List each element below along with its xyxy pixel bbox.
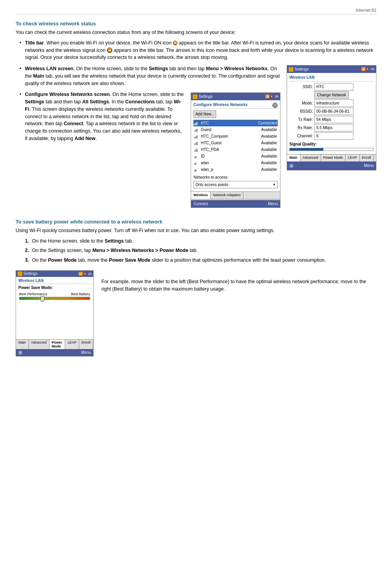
- network-item-wlan-p[interactable]: wlan_p Available: [193, 166, 278, 173]
- titlebar-text-1: Settings: [294, 66, 309, 72]
- bullet-configure-text: . On the Home screen, slide to the Setti…: [25, 92, 184, 141]
- help-icon: ?: [272, 103, 278, 108]
- step-3-num: 3.: [25, 257, 29, 263]
- network-name-htc-pda: HTC_PDA: [201, 147, 261, 153]
- power-slider-container: Best Performance Best Battery ' ' ' ' ': [19, 292, 90, 304]
- network-item-wlan[interactable]: wlan Available: [193, 160, 278, 166]
- access-dropdown[interactable]: Only access points ▼: [193, 181, 278, 188]
- network-status-id: Available: [261, 153, 277, 159]
- network-icon-wlan: [194, 161, 200, 165]
- grid-icon-1: ⊞: [289, 162, 293, 169]
- wifi-on-icon: 📶: [173, 41, 177, 45]
- tab-advanced-3[interactable]: Advanced: [29, 340, 50, 349]
- network-status-wlan: Available: [261, 160, 277, 166]
- menu-label-3[interactable]: Menu: [81, 350, 91, 355]
- network-status-htc: Connected: [258, 120, 277, 126]
- add-new-button[interactable]: Add New...: [193, 110, 216, 118]
- slider-label-left: Best Performance: [19, 292, 47, 296]
- step-3: 3. On the Power Mode tab, move the Power…: [22, 257, 376, 264]
- wireless-tabs-bar: Wireless Network Adapters: [191, 192, 280, 199]
- access-dropdown-arrow: ▼: [273, 183, 276, 187]
- device-connect-bar: Connect Menu: [191, 200, 280, 207]
- device-subtitle-1: Wireless LAN: [289, 74, 374, 82]
- configure-screenshot: Settings 📶🔇 ok Configure Wireless Networ…: [191, 92, 280, 208]
- network-name-id: ID: [201, 153, 261, 159]
- network-icon-htc-guest: [194, 141, 200, 145]
- networks-to-access-label: Networks to access:: [193, 174, 278, 180]
- titlebar-right-2: 📶🔇 ok: [265, 94, 278, 99]
- device-content-3: Wireless LAN Power Save Mode: Best Perfo…: [16, 277, 93, 339]
- device-titlebar-3: Settings 📶🔇 ok: [16, 271, 93, 277]
- tab-powermode-3[interactable]: Power Mode: [50, 340, 65, 349]
- network-item-htc-pda[interactable]: HTC_PDA Available: [193, 146, 278, 153]
- network-icon-htc: [194, 121, 200, 125]
- network-item-htc[interactable]: HTC Connected: [193, 120, 278, 126]
- network-name-wlan: wlan: [201, 160, 261, 166]
- section1-intro: You can check the current wireless conne…: [16, 29, 376, 36]
- section2-intro: Using Wi-Fi quickly consumes battery pow…: [16, 227, 376, 234]
- step-2: 2. On the Settings screen, tap Menu > Wi…: [22, 247, 376, 254]
- tick-4: ': [71, 301, 72, 304]
- titlebar-left-3: Settings: [18, 271, 37, 276]
- titlebar-right-1: 📶🔇 ok: [361, 67, 374, 72]
- connect-button[interactable]: Connect: [193, 201, 208, 207]
- network-list: HTC Connected Guest Available: [193, 120, 278, 173]
- tab-main-3[interactable]: Main: [16, 340, 29, 349]
- section2-title: To save battery power while connected to…: [16, 219, 376, 225]
- network-item-guest[interactable]: Guest Available: [193, 126, 278, 133]
- network-status-htc-pda: Available: [261, 147, 277, 153]
- network-item-id[interactable]: ID Available: [193, 153, 278, 160]
- network-icon-id: [194, 154, 200, 158]
- titlebar-text-3: Settings: [23, 271, 37, 276]
- step-3-text: On the Power Mode tab, move the Power Sa…: [32, 257, 326, 263]
- power-save-mode-label: Power Save Mode:: [18, 286, 91, 290]
- network-item-htc-computer[interactable]: HTC_Computer Available: [193, 133, 278, 140]
- tab-enroll-3[interactable]: Enroll: [79, 340, 93, 349]
- network-status-guest: Available: [261, 127, 277, 133]
- tab-powermode-1[interactable]: Power Mode: [321, 154, 346, 161]
- page-number: Internet 81: [356, 8, 376, 12]
- step-1-text: On the Home screen, slide to the Setting…: [32, 238, 133, 244]
- device-titlebar-1: Settings 📶🔇 ok: [287, 66, 376, 73]
- tick-3: ': [54, 301, 55, 304]
- win-logo-1: [289, 67, 293, 72]
- step-1: 1. On the Home screen, slide to the Sett…: [22, 238, 376, 245]
- wireless-tab-wireless[interactable]: Wireless: [191, 192, 211, 199]
- bullet-wirelesslan: Settings 📶🔇 ok Wireless LAN SSID: HTC: [20, 65, 376, 87]
- tab-main-1[interactable]: Main: [287, 154, 300, 161]
- tick-1: ': [20, 301, 21, 304]
- network-name-guest: Guest: [201, 127, 261, 133]
- network-item-htc-guest[interactable]: HTC_Guest Available: [193, 140, 278, 146]
- power-slider-track[interactable]: [19, 297, 90, 300]
- titlebar-left-1: Settings: [289, 66, 309, 72]
- bullet-titlebar: Title bar. When you enable Wi-Fi on your…: [20, 39, 376, 61]
- content-spacer-3: [18, 307, 91, 338]
- device-subtitle-3: Wireless LAN: [18, 278, 91, 284]
- bullet-titlebar-bold: Title bar: [25, 40, 44, 46]
- network-icon-wlan-p: [194, 168, 200, 172]
- section1-bullets: Title bar. When you enable Wi-Fi on your…: [16, 39, 376, 142]
- device-subtitle-2: Configure Wireless Networks: [193, 102, 248, 108]
- wireless-tab-network-adapters[interactable]: Network Adapters: [211, 192, 243, 199]
- page-header: Internet 81: [16, 8, 376, 14]
- network-name-htc: HTC: [201, 120, 258, 126]
- menu-label-2[interactable]: Menu: [268, 201, 278, 207]
- network-status-htc-guest: Available: [261, 140, 277, 146]
- signal-bar-fill: [290, 148, 323, 151]
- tab-enroll-1[interactable]: Enroll: [360, 154, 374, 161]
- titlebar-icons-1: 📶🔇 ok: [361, 67, 374, 72]
- menu-label-1[interactable]: Menu: [364, 163, 374, 168]
- grid-icon-3: ⊞: [18, 350, 22, 355]
- tab-leap-3[interactable]: LEAP: [65, 340, 79, 349]
- tab-leap-1[interactable]: LEAP: [346, 154, 360, 161]
- tab-advanced-1[interactable]: Advanced: [300, 154, 321, 161]
- network-icon-guest: [194, 128, 200, 132]
- network-status-wlan-p: Available: [261, 167, 277, 172]
- device-tabs-1: Main Advanced Power Mode LEAP Enroll: [287, 154, 376, 161]
- ssid-row: SSID: HTC: [289, 83, 374, 90]
- subtitle-row-2: Configure Wireless Networks ?: [193, 102, 278, 108]
- power-slider-handle[interactable]: [41, 296, 44, 301]
- bullet-wirelesslan-bold: Wireless LAN screen: [25, 66, 73, 71]
- device-bottombar-1: ⊞ Menu: [287, 161, 376, 170]
- bullet-configure: Settings 📶🔇 ok Configure Wireless Networ…: [20, 91, 376, 142]
